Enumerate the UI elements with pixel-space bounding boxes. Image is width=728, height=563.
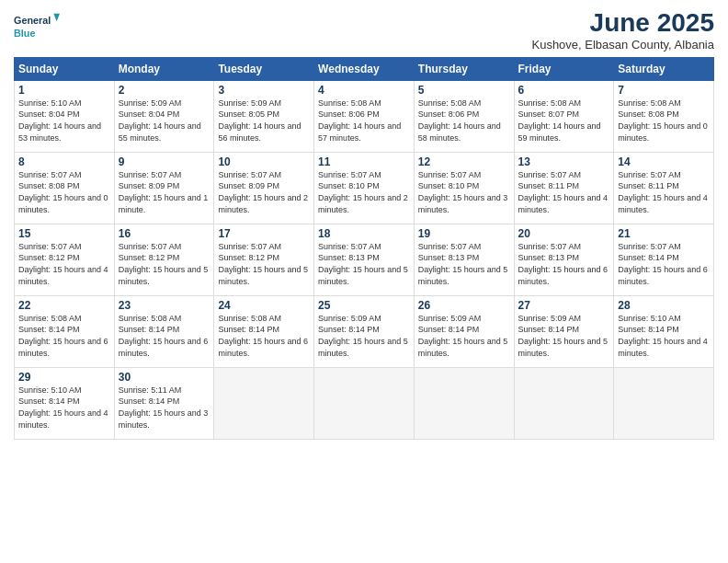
calendar-header-friday: Friday bbox=[514, 57, 614, 80]
svg-marker-1 bbox=[53, 14, 60, 21]
calendar-day-empty bbox=[214, 367, 314, 439]
calendar-day-13: 13 Sunrise: 5:07 AMSunset: 8:11 PMDaylig… bbox=[514, 152, 614, 224]
day-number: 11 bbox=[318, 155, 410, 168]
day-number: 2 bbox=[119, 84, 210, 97]
calendar-day-8: 8 Sunrise: 5:07 AMSunset: 8:08 PMDayligh… bbox=[15, 152, 115, 224]
day-info: Sunrise: 5:07 AMSunset: 8:12 PMDaylight:… bbox=[18, 242, 108, 286]
calendar-day-28: 28 Sunrise: 5:10 AMSunset: 8:14 PMDaylig… bbox=[614, 295, 714, 367]
calendar-day-6: 6 Sunrise: 5:08 AMSunset: 8:07 PMDayligh… bbox=[514, 80, 614, 152]
day-number: 27 bbox=[518, 299, 610, 312]
day-number: 1 bbox=[18, 84, 110, 97]
day-info: Sunrise: 5:10 AMSunset: 8:14 PMDaylight:… bbox=[18, 385, 108, 430]
calendar-day-18: 18 Sunrise: 5:07 AMSunset: 8:13 PMDaylig… bbox=[314, 224, 415, 295]
calendar-day-4: 4 Sunrise: 5:08 AMSunset: 8:06 PMDayligh… bbox=[314, 80, 415, 152]
day-number: 16 bbox=[119, 227, 210, 240]
day-info: Sunrise: 5:09 AMSunset: 8:05 PMDaylight:… bbox=[218, 98, 301, 143]
calendar-day-9: 9 Sunrise: 5:07 AMSunset: 8:09 PMDayligh… bbox=[114, 152, 214, 224]
day-info: Sunrise: 5:07 AMSunset: 8:11 PMDaylight:… bbox=[518, 170, 609, 214]
calendar-day-empty bbox=[514, 367, 614, 439]
calendar-day-21: 21 Sunrise: 5:07 AMSunset: 8:14 PMDaylig… bbox=[614, 224, 714, 295]
calendar-header-sunday: Sunday bbox=[15, 57, 115, 80]
day-number: 9 bbox=[119, 155, 210, 168]
day-info: Sunrise: 5:07 AMSunset: 8:13 PMDaylight:… bbox=[418, 242, 508, 286]
calendar-day-14: 14 Sunrise: 5:07 AMSunset: 8:11 PMDaylig… bbox=[614, 152, 714, 224]
day-number: 14 bbox=[618, 155, 710, 168]
calendar-day-2: 2 Sunrise: 5:09 AMSunset: 8:04 PMDayligh… bbox=[114, 80, 214, 152]
day-info: Sunrise: 5:08 AMSunset: 8:14 PMDaylight:… bbox=[218, 314, 308, 358]
day-number: 30 bbox=[119, 371, 210, 384]
day-info: Sunrise: 5:07 AMSunset: 8:14 PMDaylight:… bbox=[618, 242, 708, 286]
day-number: 28 bbox=[618, 299, 710, 312]
day-info: Sunrise: 5:08 AMSunset: 8:06 PMDaylight:… bbox=[318, 98, 401, 143]
day-info: Sunrise: 5:10 AMSunset: 8:14 PMDaylight:… bbox=[618, 314, 708, 358]
calendar-day-11: 11 Sunrise: 5:07 AMSunset: 8:10 PMDaylig… bbox=[314, 152, 415, 224]
day-info: Sunrise: 5:07 AMSunset: 8:10 PMDaylight:… bbox=[418, 170, 508, 214]
calendar-day-15: 15 Sunrise: 5:07 AMSunset: 8:12 PMDaylig… bbox=[15, 224, 115, 295]
day-number: 13 bbox=[518, 155, 610, 168]
calendar-day-30: 30 Sunrise: 5:11 AMSunset: 8:14 PMDaylig… bbox=[114, 367, 214, 439]
calendar-week-3: 15 Sunrise: 5:07 AMSunset: 8:12 PMDaylig… bbox=[15, 224, 714, 295]
day-number: 23 bbox=[119, 299, 210, 312]
day-number: 5 bbox=[418, 84, 510, 97]
day-info: Sunrise: 5:07 AMSunset: 8:13 PMDaylight:… bbox=[318, 242, 408, 286]
calendar-day-5: 5 Sunrise: 5:08 AMSunset: 8:06 PMDayligh… bbox=[414, 80, 514, 152]
calendar-day-1: 1 Sunrise: 5:10 AMSunset: 8:04 PMDayligh… bbox=[15, 80, 115, 152]
day-number: 19 bbox=[418, 227, 510, 240]
day-info: Sunrise: 5:09 AMSunset: 8:14 PMDaylight:… bbox=[318, 314, 408, 358]
calendar-day-empty bbox=[614, 367, 714, 439]
calendar-day-17: 17 Sunrise: 5:07 AMSunset: 8:12 PMDaylig… bbox=[214, 224, 314, 295]
day-info: Sunrise: 5:10 AMSunset: 8:04 PMDaylight:… bbox=[18, 98, 101, 143]
day-info: Sunrise: 5:08 AMSunset: 8:07 PMDaylight:… bbox=[518, 98, 601, 143]
day-info: Sunrise: 5:08 AMSunset: 8:14 PMDaylight:… bbox=[18, 314, 108, 358]
calendar-day-26: 26 Sunrise: 5:09 AMSunset: 8:14 PMDaylig… bbox=[414, 295, 514, 367]
day-info: Sunrise: 5:08 AMSunset: 8:06 PMDaylight:… bbox=[418, 98, 501, 143]
calendar-header-saturday: Saturday bbox=[614, 57, 714, 80]
calendar-day-16: 16 Sunrise: 5:07 AMSunset: 8:12 PMDaylig… bbox=[114, 224, 214, 295]
day-info: Sunrise: 5:09 AMSunset: 8:14 PMDaylight:… bbox=[418, 314, 508, 358]
month-title: June 2025 bbox=[531, 9, 714, 38]
day-number: 29 bbox=[18, 371, 110, 384]
calendar-header-monday: Monday bbox=[114, 57, 214, 80]
calendar-header-wednesday: Wednesday bbox=[314, 57, 415, 80]
day-number: 15 bbox=[18, 227, 110, 240]
day-number: 4 bbox=[318, 84, 410, 97]
day-number: 10 bbox=[218, 155, 310, 168]
day-number: 25 bbox=[318, 299, 410, 312]
day-info: Sunrise: 5:07 AMSunset: 8:09 PMDaylight:… bbox=[119, 170, 209, 214]
calendar-day-7: 7 Sunrise: 5:08 AMSunset: 8:08 PMDayligh… bbox=[614, 80, 714, 152]
calendar-header-thursday: Thursday bbox=[414, 57, 514, 80]
title-area: June 2025 Kushove, Elbasan County, Alban… bbox=[531, 9, 714, 52]
day-number: 12 bbox=[418, 155, 510, 168]
day-info: Sunrise: 5:07 AMSunset: 8:11 PMDaylight:… bbox=[618, 170, 708, 214]
calendar-day-20: 20 Sunrise: 5:07 AMSunset: 8:13 PMDaylig… bbox=[514, 224, 614, 295]
calendar-day-25: 25 Sunrise: 5:09 AMSunset: 8:14 PMDaylig… bbox=[314, 295, 415, 367]
day-number: 24 bbox=[218, 299, 310, 312]
day-number: 21 bbox=[618, 227, 710, 240]
calendar-header-row: SundayMondayTuesdayWednesdayThursdayFrid… bbox=[15, 57, 714, 80]
day-info: Sunrise: 5:09 AMSunset: 8:04 PMDaylight:… bbox=[119, 98, 201, 143]
day-number: 6 bbox=[518, 84, 610, 97]
calendar-day-27: 27 Sunrise: 5:09 AMSunset: 8:14 PMDaylig… bbox=[514, 295, 614, 367]
calendar-day-3: 3 Sunrise: 5:09 AMSunset: 8:05 PMDayligh… bbox=[214, 80, 314, 152]
logo-svg: General Blue bbox=[14, 9, 60, 44]
day-info: Sunrise: 5:07 AMSunset: 8:12 PMDaylight:… bbox=[218, 242, 308, 286]
calendar-day-empty bbox=[414, 367, 514, 439]
svg-text:General: General bbox=[14, 16, 51, 27]
page: General Blue June 2025 Kushove, Elbasan … bbox=[0, 0, 728, 563]
svg-text:Blue: Blue bbox=[14, 28, 35, 39]
subtitle: Kushove, Elbasan County, Albania bbox=[531, 38, 714, 52]
logo: General Blue bbox=[14, 9, 60, 44]
day-info: Sunrise: 5:07 AMSunset: 8:12 PMDaylight:… bbox=[119, 242, 209, 286]
day-info: Sunrise: 5:07 AMSunset: 8:13 PMDaylight:… bbox=[518, 242, 609, 286]
calendar-day-12: 12 Sunrise: 5:07 AMSunset: 8:10 PMDaylig… bbox=[414, 152, 514, 224]
calendar-day-24: 24 Sunrise: 5:08 AMSunset: 8:14 PMDaylig… bbox=[214, 295, 314, 367]
day-number: 22 bbox=[18, 299, 110, 312]
calendar-day-empty bbox=[314, 367, 415, 439]
calendar-week-4: 22 Sunrise: 5:08 AMSunset: 8:14 PMDaylig… bbox=[15, 295, 714, 367]
day-info: Sunrise: 5:11 AMSunset: 8:14 PMDaylight:… bbox=[119, 385, 209, 430]
calendar-header-tuesday: Tuesday bbox=[214, 57, 314, 80]
day-info: Sunrise: 5:07 AMSunset: 8:08 PMDaylight:… bbox=[18, 170, 108, 214]
calendar-day-19: 19 Sunrise: 5:07 AMSunset: 8:13 PMDaylig… bbox=[414, 224, 514, 295]
calendar-week-5: 29 Sunrise: 5:10 AMSunset: 8:14 PMDaylig… bbox=[15, 367, 714, 439]
day-info: Sunrise: 5:07 AMSunset: 8:10 PMDaylight:… bbox=[318, 170, 408, 214]
